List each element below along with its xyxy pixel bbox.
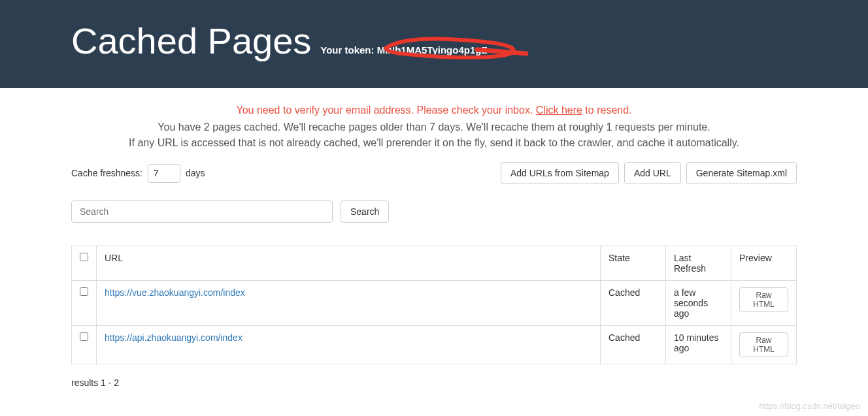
results-count: results 1 - 2 [71,377,797,388]
page-header: Cached Pages Your token: MlNb1MA5Tyingo4… [0,0,868,88]
row-preview-cell: Raw HTML [731,281,797,326]
alert-suffix: to resend. [582,104,632,116]
cache-freshness: Cache freshness: days [71,164,205,183]
cached-pages-table: URL State Last Refresh Preview https://v… [71,246,797,364]
controls-row: Cache freshness: days Add URLs from Site… [71,162,797,184]
header-checkbox-cell [72,246,97,281]
freshness-label: Cache freshness: [71,168,142,178]
verify-email-alert: You need to verify your email address. P… [71,104,797,116]
freshness-input[interactable] [148,164,180,183]
table-row: https://vue.zhaokuangyi.com/index Cached… [72,281,797,326]
search-input[interactable] [71,200,333,223]
token-value: MlNb1MA5Tyingo4p1gZ [377,44,488,56]
header-url: URL [97,246,601,281]
cached-url-link[interactable]: https://api.zhaokuangyi.com/index [105,332,242,343]
header-last-refresh: Last Refresh [666,246,731,281]
generate-sitemap-button[interactable]: Generate Sitemap.xml [686,162,797,184]
row-state: Cached [601,281,666,326]
alert-prefix: You need to verify your email address. P… [236,104,535,116]
add-urls-sitemap-button[interactable]: Add URLs from Sitemap [501,162,619,184]
row-last-refresh: 10 minutes ago [666,326,731,364]
page-title: Cached Pages [71,20,311,62]
action-buttons: Add URLs from Sitemap Add URL Generate S… [501,162,797,184]
watermark: https://blog.csdn.net/lolgeo [759,401,860,404]
row-url-cell: https://api.zhaokuangyi.com/index [97,326,601,364]
freshness-unit: days [186,168,205,178]
row-checkbox-cell [72,326,97,364]
cached-url-link[interactable]: https://vue.zhaokuangyi.com/index [105,287,245,298]
row-checkbox-cell [72,281,97,326]
row-checkbox[interactable] [80,287,88,296]
select-all-checkbox[interactable] [80,253,88,261]
notice-block: You need to verify your email address. P… [71,104,797,149]
search-row: Search [71,200,797,223]
header-preview: Preview [731,246,797,281]
header-state: State [601,246,666,281]
search-button[interactable]: Search [341,200,389,223]
add-url-button[interactable]: Add URL [624,162,681,184]
token-wrap: Your token: MlNb1MA5Tyingo4p1gZ [320,44,487,56]
table-row: https://api.zhaokuangyi.com/index Cached… [72,326,797,364]
info-line-2: If any URL is accessed that is not alrea… [71,137,797,149]
token-label: Your token: [320,44,374,56]
row-state: Cached [601,326,666,364]
resend-link[interactable]: Click here [536,104,582,116]
raw-html-button[interactable]: Raw HTML [739,287,788,312]
row-checkbox[interactable] [80,332,88,341]
info-line-1: You have 2 pages cached. We'll recache p… [71,121,797,133]
row-last-refresh: a few seconds ago [666,281,731,326]
raw-html-button[interactable]: Raw HTML [739,332,788,357]
row-url-cell: https://vue.zhaokuangyi.com/index [97,281,601,326]
row-preview-cell: Raw HTML [731,326,797,364]
